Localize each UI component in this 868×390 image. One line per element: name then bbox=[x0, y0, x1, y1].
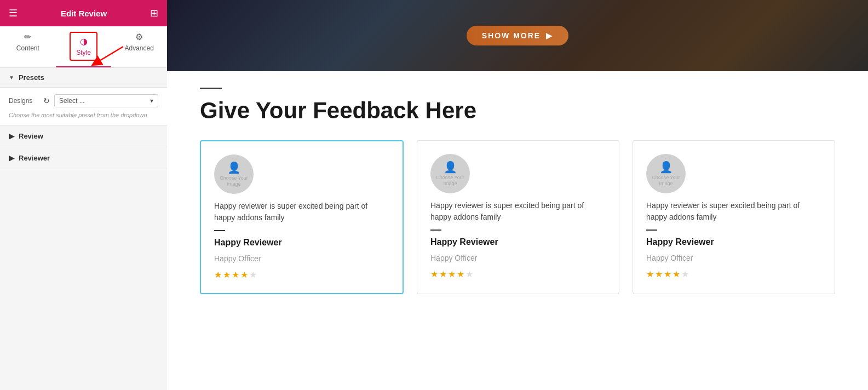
avatar-1: 👤 Choose Your Image bbox=[214, 154, 254, 194]
chevron-down-icon: ▾ bbox=[150, 97, 153, 105]
tab-content[interactable]: ✏ Content bbox=[0, 26, 56, 67]
show-more-label: SHOW MORE bbox=[482, 31, 541, 40]
reviewer-arrow-icon: ▶ bbox=[9, 154, 14, 162]
refresh-icon[interactable]: ↻ bbox=[43, 96, 50, 105]
reviewer-title-1: Happy Officer bbox=[214, 254, 389, 263]
gear-icon: ⚙ bbox=[135, 32, 143, 42]
right-content: SHOW MORE ▶ Give Your Feedback Here 👤 Ch… bbox=[167, 0, 868, 390]
star-2-3: ★ bbox=[448, 269, 456, 279]
star-2-4: ★ bbox=[457, 269, 464, 279]
designs-select-value: Select ... bbox=[59, 97, 85, 105]
star-3-5: ★ bbox=[681, 269, 689, 279]
review-text-3: Happy reviewer is super excited being pa… bbox=[646, 200, 821, 223]
style-icon: ◑ bbox=[80, 36, 88, 47]
presets-section-body: Designs ↻ Select ... ▾ Choose the most s… bbox=[0, 88, 167, 125]
feedback-section: Give Your Feedback Here 👤 Choose Your Im… bbox=[167, 71, 868, 316]
star-1-4: ★ bbox=[240, 269, 248, 280]
feedback-divider bbox=[200, 88, 222, 89]
avatar-text-2: Choose Your Image bbox=[430, 175, 470, 187]
reviewer-name-1: Happy Reviewer bbox=[214, 238, 389, 248]
stars-1: ★ ★ ★ ★ ★ bbox=[214, 269, 389, 280]
review-card-2[interactable]: 👤 Choose Your Image Happy reviewer is su… bbox=[417, 140, 619, 294]
star-3-4: ★ bbox=[672, 269, 680, 279]
designs-hint: Choose the most suitable preset from the… bbox=[9, 112, 158, 118]
stars-3: ★ ★ ★ ★ ★ bbox=[646, 269, 821, 279]
review-section-header[interactable]: ▶ Review bbox=[0, 125, 167, 147]
avatar-icon-2: 👤 bbox=[444, 160, 457, 174]
designs-select[interactable]: Select ... ▾ bbox=[54, 94, 158, 107]
avatar-text-3: Choose Your Image bbox=[646, 175, 686, 187]
designs-label: Designs bbox=[9, 97, 39, 105]
review-divider-2 bbox=[430, 230, 441, 231]
review-text-2: Happy reviewer is super excited being pa… bbox=[430, 200, 606, 223]
show-more-button[interactable]: SHOW MORE ▶ bbox=[467, 26, 568, 45]
star-1-5: ★ bbox=[249, 269, 257, 280]
star-3-1: ★ bbox=[646, 269, 654, 279]
star-1-3: ★ bbox=[232, 269, 239, 280]
star-3-2: ★ bbox=[655, 269, 663, 279]
left-panel: ☰ Edit Review ⊞ ✏ Content ◑ Style ⚙ Adva… bbox=[0, 0, 167, 390]
star-1-1: ★ bbox=[214, 269, 222, 280]
tabs-row: ✏ Content ◑ Style ⚙ Advanced bbox=[0, 26, 167, 68]
reviewer-section-header[interactable]: ▶ Reviewer bbox=[0, 147, 167, 169]
tab-advanced-label: Advanced bbox=[124, 44, 153, 52]
panel-title: Edit Review bbox=[61, 9, 107, 18]
star-1-2: ★ bbox=[223, 269, 231, 280]
reviewer-label: Reviewer bbox=[19, 154, 50, 162]
presets-label: Presets bbox=[19, 73, 44, 82]
avatar-text-1: Choose Your Image bbox=[214, 175, 254, 187]
tab-content-label: Content bbox=[16, 44, 39, 52]
pencil-icon: ✏ bbox=[24, 32, 31, 42]
cards-row: 👤 Choose Your Image Happy reviewer is su… bbox=[200, 140, 835, 294]
review-text-1: Happy reviewer is super excited being pa… bbox=[214, 200, 389, 223]
designs-row: Designs ↻ Select ... ▾ bbox=[9, 94, 158, 107]
reviewer-title-2: Happy Officer bbox=[430, 254, 606, 262]
grid-icon[interactable]: ⊞ bbox=[150, 7, 158, 19]
star-2-2: ★ bbox=[439, 269, 447, 279]
arrow-right-icon: ▶ bbox=[546, 31, 553, 40]
review-card-3[interactable]: 👤 Choose Your Image Happy reviewer is su… bbox=[633, 140, 835, 294]
avatar-3: 👤 Choose Your Image bbox=[646, 154, 686, 193]
tab-style[interactable]: ◑ Style bbox=[56, 26, 112, 67]
hamburger-icon[interactable]: ☰ bbox=[9, 7, 18, 19]
presets-arrow-icon: ▼ bbox=[9, 74, 14, 81]
avatar-icon-3: 👤 bbox=[659, 160, 673, 174]
review-card-1[interactable]: 👤 Choose Your Image Happy reviewer is su… bbox=[200, 140, 404, 294]
star-2-1: ★ bbox=[430, 269, 438, 279]
review-divider-3 bbox=[646, 230, 657, 231]
review-label: Review bbox=[19, 132, 43, 140]
panel-header: ☰ Edit Review ⊞ bbox=[0, 0, 167, 26]
tab-style-label: Style bbox=[76, 49, 91, 56]
review-divider-1 bbox=[214, 230, 225, 231]
presets-section-header[interactable]: ▼ Presets bbox=[0, 68, 167, 88]
star-2-5: ★ bbox=[465, 269, 473, 279]
star-3-3: ★ bbox=[664, 269, 671, 279]
reviewer-name-3: Happy Reviewer bbox=[646, 237, 821, 247]
tab-advanced[interactable]: ⚙ Advanced bbox=[111, 26, 167, 67]
stars-2: ★ ★ ★ ★ ★ bbox=[430, 269, 606, 279]
avatar-icon-1: 👤 bbox=[227, 161, 241, 174]
reviewer-name-2: Happy Reviewer bbox=[430, 237, 606, 247]
feedback-title: Give Your Feedback Here bbox=[200, 97, 835, 124]
review-arrow-icon: ▶ bbox=[9, 132, 14, 140]
avatar-2: 👤 Choose Your Image bbox=[430, 154, 470, 193]
hero-banner: SHOW MORE ▶ bbox=[167, 0, 868, 71]
reviewer-title-3: Happy Officer bbox=[646, 254, 821, 262]
